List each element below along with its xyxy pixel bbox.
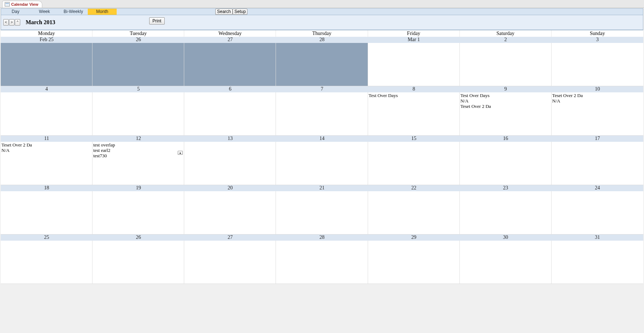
calendar-cell[interactable] [1,43,92,86]
date-cell[interactable]: 26 [92,37,184,43]
calendar-cell[interactable] [276,92,368,136]
calendar-cell[interactable] [368,191,460,235]
view-tab-month[interactable]: Month [88,9,117,15]
date-cell[interactable]: 4 [1,86,92,92]
calendar-event[interactable]: Teset Over 2 Da [552,93,643,98]
date-cell[interactable]: Mar 1 [368,37,460,43]
date-cell[interactable]: 25 [1,235,92,241]
calendar-cell[interactable] [276,43,368,86]
calendar-cell[interactable]: Teset Over 2 DaN/A [1,142,92,185]
view-tab-week[interactable]: Week [30,9,59,15]
date-cell[interactable]: 5 [92,86,184,92]
date-cell[interactable]: 2 [460,37,552,43]
calendar-cell[interactable] [184,142,276,185]
date-cell[interactable]: 21 [276,185,368,191]
document-tab[interactable]: Calendar View [2,1,42,8]
date-cell[interactable]: 30 [460,235,552,241]
prev-button[interactable]: < [3,19,9,26]
date-cell[interactable]: 28 [276,37,368,43]
calendar-cell[interactable] [552,191,643,235]
date-row: 11121314151617 [1,136,643,142]
view-tab-day[interactable]: Day [1,9,30,15]
toolbar-actions: Search Setup [215,9,247,15]
date-cell[interactable]: 11 [1,136,92,142]
date-cell[interactable]: 9 [460,86,552,92]
calendar-cell[interactable] [460,43,552,86]
calendar-cell[interactable] [552,142,643,185]
calendar-event[interactable]: test overlap [93,142,183,148]
date-cell[interactable]: 13 [184,136,276,142]
date-cell[interactable]: 23 [460,185,552,191]
date-cell[interactable]: 19 [92,185,184,191]
calendar-cell[interactable] [184,241,276,284]
calendar-cell[interactable] [276,241,368,284]
date-cell[interactable]: 17 [552,136,643,142]
date-cell[interactable]: 31 [552,235,643,241]
date-cell[interactable]: 15 [368,136,460,142]
date-cell[interactable]: 16 [460,136,552,142]
date-cell[interactable]: 26 [92,235,184,241]
calendar-cell[interactable] [1,241,92,284]
calendar-cell[interactable] [184,92,276,136]
date-cell[interactable]: 10 [552,86,643,92]
calendar-cell[interactable] [184,43,276,86]
print-button[interactable]: Print [149,17,165,25]
week-body-row [1,241,643,284]
calendar-cell[interactable] [368,241,460,284]
calendar-cell[interactable] [368,43,460,86]
calendar-cell[interactable] [92,43,184,86]
view-tab-biweekly[interactable]: Bi-Weekly [59,9,88,15]
calendar-cell[interactable] [460,142,552,185]
calendar-cell[interactable] [368,142,460,185]
date-cell[interactable]: 24 [552,185,643,191]
calendar-cell[interactable] [460,191,552,235]
setup-button[interactable]: Setup [233,9,247,15]
calendar-cell[interactable] [184,191,276,235]
date-cell[interactable]: 7 [276,86,368,92]
week-body-row [1,43,643,86]
date-cell[interactable]: 14 [276,136,368,142]
more-events-icon[interactable]: ▴ [178,151,183,155]
calendar-event[interactable]: test730 [93,153,183,158]
date-cell[interactable]: 18 [1,185,92,191]
date-cell[interactable]: 27 [184,37,276,43]
calendar-cell[interactable]: test overlaptest earl2test730▴ [92,142,184,185]
date-cell[interactable]: 3 [552,37,643,43]
calendar-cell[interactable]: Test Over Days [368,92,460,136]
date-cell[interactable]: 28 [276,235,368,241]
calendar-event[interactable]: N/A [552,98,643,104]
calendar-event[interactable]: test earl2 [93,148,183,153]
calendar-cell[interactable] [276,191,368,235]
calendar-event[interactable]: Test Over Days [461,93,550,98]
calendar-cell[interactable] [552,43,643,86]
date-cell[interactable]: 29 [368,235,460,241]
up-button[interactable]: ^ [15,19,20,26]
calendar-cell[interactable] [276,142,368,185]
calendar-cell[interactable] [460,241,552,284]
date-cell[interactable]: 12 [92,136,184,142]
date-row: 45678910 [1,86,643,92]
date-row: 25262728293031 [1,235,643,241]
calendar-cell[interactable] [1,92,92,136]
calendar-cell[interactable]: Test Over DaysN/ATeset Over 2 Da [460,92,552,136]
calendar-cell[interactable] [552,241,643,284]
calendar-event[interactable]: Teset Over 2 Da [461,104,550,109]
view-tabs: Day Week Bi-Weekly Month Search Setup [1,9,643,15]
calendar-cell[interactable] [92,241,184,284]
calendar-cell[interactable] [1,191,92,235]
calendar-event[interactable]: N/A [1,148,91,153]
date-cell[interactable]: 8 [368,86,460,92]
calendar-cell[interactable] [92,92,184,136]
next-button[interactable]: > [9,19,14,26]
date-cell[interactable]: 27 [184,235,276,241]
calendar-event[interactable]: Test Over Days [369,93,459,98]
date-cell[interactable]: 6 [184,86,276,92]
calendar-cell[interactable]: Teset Over 2 DaN/A [552,92,643,136]
date-cell[interactable]: 22 [368,185,460,191]
date-cell[interactable]: 20 [184,185,276,191]
calendar-event[interactable]: Teset Over 2 Da [1,142,91,148]
calendar-event[interactable]: N/A [461,98,550,104]
search-button[interactable]: Search [215,9,233,15]
calendar-cell[interactable] [92,191,184,235]
date-cell[interactable]: Feb 25 [1,37,92,43]
